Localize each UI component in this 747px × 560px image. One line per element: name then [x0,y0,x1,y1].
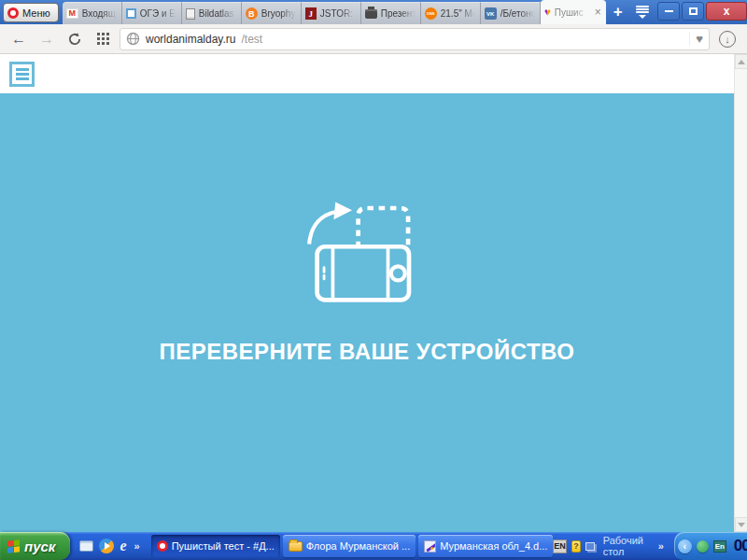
maximize-icon [689,7,698,15]
tab-label: Входящие [82,8,118,19]
task-button-murmansk-document[interactable]: Мурманская обл_4.d... [418,535,553,557]
task-button-label: Флора Мурманской ... [306,540,410,552]
tab-bildatlas[interactable]: Bildatlas M [182,2,242,24]
show-desktop-icon[interactable] [79,540,93,552]
url-path: /test [242,33,263,46]
new-tab-button[interactable]: + [606,0,630,24]
browser-titlebar: Меню M Входящие ОГЭ и ЕГЭ Bildatlas M B … [0,0,747,24]
help-tray-icon[interactable]: ? [571,540,581,553]
grid-icon [97,33,109,45]
blue-square-icon [126,8,136,19]
hamburger-icon [16,68,29,71]
tab-label: Bildatlas M [199,8,237,19]
task-button-pushistiy-test[interactable]: Пушистый тест - #Д... [151,535,280,557]
arrow-down-icon [738,523,745,527]
hamburger-menu-button[interactable] [9,62,35,87]
window-controls: x [655,0,747,24]
media-player-icon[interactable] [99,539,114,553]
opera-logo-icon [7,7,19,19]
site-header [0,54,734,93]
opera-icon [157,540,168,552]
tray-clock[interactable]: 00 34 Сб [731,537,747,555]
tray-collapse-button[interactable]: ‹ [678,539,692,553]
tray-app-icon[interactable] [697,540,709,553]
djvu-document-icon [424,540,436,553]
tab-label: ОГЭ и ЕГЭ [140,8,177,19]
tab-label: Презента [381,8,416,19]
close-button[interactable]: x [706,2,747,21]
tab-label: Пушис [555,7,590,18]
desktop-toolbar-label[interactable]: Рабочий стол [599,535,652,557]
tab-menu-button[interactable] [630,0,655,24]
jstor-icon: J [305,7,317,20]
windows-taskbar: пуск e » Пушистый тест - #Д... Флора Мур… [0,532,747,560]
web-page: ПЕРЕВЕРНИТЕ ВАШЕ УСТРОЙСТВО [0,54,734,532]
clock-hours: 00 [734,537,747,555]
chevron-down-icon [639,15,646,19]
scroll-up-button[interactable] [735,54,747,69]
taskbar-right-side: EN ? Рабочий стол » ‹ En 00 34 Сб [553,532,747,560]
tab-close-icon[interactable]: × [594,6,602,19]
address-toolbar: ← → worldanimalday.ru/test ♥ ↓ [0,24,747,54]
task-buttons: Пушистый тест - #Д... Флора Мурманской .… [148,535,554,557]
bookmark-heart-icon[interactable]: ♥ [689,32,703,46]
desktop-toolbar-overflow-chevron[interactable]: » [656,540,666,552]
minimize-icon [665,10,673,12]
speed-dial-button[interactable] [92,28,114,50]
browser-viewport: ПЕРЕВЕРНИТЕ ВАШЕ УСТРОЙСТВО [0,54,747,532]
tab-active-pushistiy[interactable]: ♥ Пушис × [541,0,606,24]
close-icon: x [724,5,730,18]
arrow-up-icon [738,60,745,64]
rotate-device-icon [297,189,437,311]
internet-explorer-icon[interactable]: e [120,538,126,554]
tab-label: /Б/етоном [500,8,536,19]
maximize-button[interactable] [682,2,704,21]
tab-menu-icon [636,6,649,7]
reload-icon [67,32,82,47]
tab-strip: M Входящие ОГЭ и ЕГЭ Bildatlas M B Bryop… [63,0,606,24]
system-tray: ‹ En 00 34 Сб [674,532,747,560]
tab-bryophytes[interactable]: B Bryophytes [242,2,302,24]
scroll-down-button[interactable] [735,517,747,532]
vk-icon: VK [485,7,497,20]
tab-presentation[interactable]: Презента [361,2,421,24]
download-icon: ↓ [719,31,736,48]
quick-launch-bar: e » [70,538,147,554]
tab-label: Bryophytes [261,8,297,19]
blogger-icon: B [246,7,258,20]
tab-gmail-inbox[interactable]: M Входящие [63,2,122,24]
downloads-button[interactable]: ↓ [715,28,740,50]
gmail-icon: M [66,8,78,19]
task-button-flora-murmansk[interactable]: Флора Мурманской ... [283,535,416,557]
language-indicator[interactable]: EN [553,539,567,553]
desktop-screen: Меню M Входящие ОГЭ и ЕГЭ Bildatlas M B … [0,0,747,560]
address-bar[interactable]: worldanimalday.ru/test ♥ [120,28,710,50]
start-label: пуск [24,539,55,554]
tab-jstor[interactable]: J JSTOR: Se [302,2,361,24]
punto-switcher-icon[interactable]: En [713,540,726,553]
page-heading: ПЕРЕВЕРНИТЕ ВАШЕ УСТРОЙСТВО [159,339,574,365]
menu-label: Меню [22,7,50,19]
windows-logo-icon [7,539,20,553]
heart-logo-icon: ♥ [544,7,551,18]
document-icon [186,8,195,20]
site-badge-icon[interactable] [126,32,140,46]
minimize-button[interactable] [657,2,680,21]
reload-button[interactable] [63,28,86,50]
task-button-label: Пушистый тест - #Д... [172,540,275,552]
start-button[interactable]: пуск [0,532,70,560]
page-scrollbar[interactable] [734,54,747,532]
opera-menu-button[interactable]: Меню [3,3,59,22]
page-content: ПЕРЕВЕРНИТЕ ВАШЕ УСТРОЙСТВО [0,93,734,532]
forward-button[interactable]: → [35,28,58,50]
url-domain: worldanimalday.ru [146,33,236,46]
quick-launch-overflow-chevron[interactable]: » [133,540,142,552]
tab-dns-monitor[interactable]: DNS 21.5" Мон [421,2,481,24]
tab-vk[interactable]: VK /Б/етоном [481,2,541,24]
back-button[interactable]: ← [7,28,30,50]
tab-oge-ege[interactable]: ОГЭ и ЕГЭ [122,2,182,24]
cascade-windows-icon[interactable] [585,542,595,551]
dns-shop-icon: DNS [425,7,437,20]
tab-label: 21.5" Мон [441,8,476,19]
tab-label: JSTOR: Se [320,8,357,19]
